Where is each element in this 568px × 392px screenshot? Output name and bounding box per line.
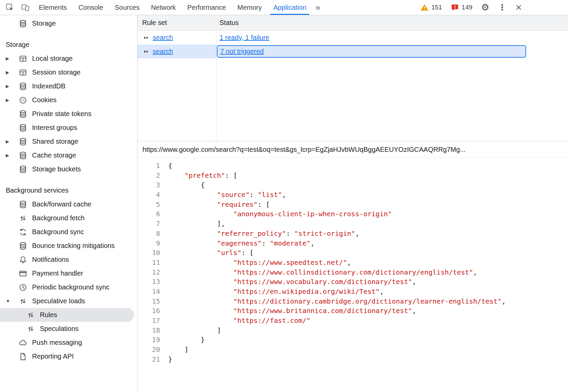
sidebar-item-label: Notifications [32,256,69,263]
errors-badge[interactable]: 149 [451,3,472,11]
tab-performance[interactable]: Performance [182,0,232,15]
table-header-row: Rule set Status [137,15,568,31]
line-number: 6 [137,209,163,219]
database-icon [19,123,27,132]
expander-expanded-icon[interactable]: ▼ [6,299,19,304]
tab-memory[interactable]: Memory [232,0,267,15]
code-line: 6 "anonymous-client-ip-when-cross-origin… [137,209,568,219]
code-line: 17 "https://fast.com/" [137,316,568,326]
line-number: 18 [137,326,163,335]
sidebar-list: StorageStorage▶Local storage▶Session sto… [0,17,137,363]
rule-set-cell: search [137,45,216,58]
device-toolbar-icon[interactable] [21,3,30,12]
devtools-window: ElementsConsoleSourcesNetworkPerformance… [0,0,568,392]
status-cell-box[interactable]: 1 ready, 1 failure [216,34,269,41]
sidebar-item-reporting-api[interactable]: Reporting API [0,349,137,363]
code-text: "eagerness": "moderate", [163,239,315,248]
code-text: "requires": [ [163,200,270,209]
tab-sources[interactable]: Sources [109,0,145,15]
code-line: 8 "referrer_policy": "strict-origin", [137,229,568,239]
close-icon[interactable] [515,4,522,11]
sidebar-item-label: Session storage [32,68,80,76]
kebab-menu-icon[interactable]: ⋮ [498,3,506,11]
database-icon [19,19,27,28]
rule-set-row[interactable]: search1 ready, 1 failure [137,31,568,45]
code-line: 5 "requires": [ [137,200,568,209]
table-icon [19,68,27,77]
expander-collapsed-icon[interactable]: ▶ [6,139,19,144]
line-number: 17 [137,316,163,326]
code-line: 4 "source": "list", [137,190,568,200]
sidebar-item-speculations[interactable]: Speculations [0,322,137,336]
settings-gear-icon[interactable]: ⚙ [481,3,489,12]
sidebar-item-cookies[interactable]: ▶Cookies [0,93,137,107]
column-header-rule-set: Rule set [137,19,216,27]
expander-collapsed-icon[interactable]: ▶ [6,84,19,89]
sidebar-item-label: Speculations [40,325,79,333]
table-icon [19,54,27,63]
sidebar-item-notifications[interactable]: Notifications [0,253,137,267]
sidebar-item-storage-buckets[interactable]: Storage buckets [0,162,137,176]
sidebar-item-private-state-tokens[interactable]: Private state tokens [0,107,137,121]
sidebar-item-label: Cache storage [32,151,76,159]
sidebar-item-payment-handler[interactable]: Payment handler [0,267,137,280]
line-number: 8 [137,229,163,239]
sidebar-item-background-fetch[interactable]: Background fetch [0,211,137,225]
warnings-badge[interactable]: 151 [420,3,442,11]
line-number: 14 [137,287,163,297]
code-line: 18 ] [137,326,568,335]
expander-collapsed-icon[interactable]: ▶ [6,153,19,158]
status-cell-focused[interactable]: 7 not triggered [217,45,526,58]
sidebar-item-label: Push messaging [32,339,82,346]
sidebar-item-shared-storage[interactable]: ▶Shared storage [0,135,137,148]
database-icon [19,110,27,118]
sidebar-item-label: Storage buckets [32,165,81,173]
tab-elements[interactable]: Elements [33,0,73,15]
code-line: 11 "https://www.speedtest.net/", [137,258,568,268]
doc-icon [19,352,27,361]
sidebar-item-cache-storage[interactable]: ▶Cache storage [0,148,137,162]
expander-collapsed-icon[interactable]: ▶ [6,70,19,75]
sidebar-item-rules[interactable]: Rules [0,308,134,322]
sidebar-item-back-forward-cache[interactable]: Back/forward cache [0,197,137,211]
sidebar-item-label: Bounce tracking mitigations [32,242,115,250]
tab-console[interactable]: Console [73,0,109,15]
sidebar-item-label: Speculative loads [32,297,85,305]
rule-set-row[interactable]: search7 not triggered [137,45,568,58]
inspect-element-icon[interactable] [5,3,14,12]
sidebar-item-storage[interactable]: Storage [0,17,137,30]
tab-network[interactable]: Network [145,0,181,15]
rule-set-source-code: 1{2 "prefetch": [3 {4 "source": "list",5… [137,158,568,392]
rule-sets-table: Rule set Status search1 ready, 1 failure… [137,15,568,141]
clock-icon [19,283,27,292]
expander-collapsed-icon[interactable]: ▶ [6,97,19,103]
warning-icon [420,3,429,11]
line-number: 15 [137,297,163,306]
more-tabs-button[interactable]: » [312,0,324,15]
code-text: "https://www.britannica.com/dictionary/t… [163,306,416,316]
rule-set-link[interactable]: search [153,34,173,41]
code-line: 9 "eagerness": "moderate", [137,239,568,248]
sidebar-item-speculative-loads[interactable]: ▼Speculative loads [0,294,137,308]
sidebar-item-push-messaging[interactable]: Push messaging [0,336,137,349]
sidebar-item-periodic-background-sync[interactable]: Periodic background sync [0,280,137,294]
status-link[interactable]: 1 ready, 1 failure [220,34,269,41]
code-text: ], [163,219,225,229]
code-text: "https://dictionary.cambridge.org/dictio… [163,297,506,306]
sidebar-item-interest-groups[interactable]: Interest groups [0,121,137,135]
tab-application[interactable]: Application [267,0,312,15]
sidebar-item-background-sync[interactable]: Background sync [0,225,137,239]
expander-collapsed-icon[interactable]: ▶ [6,56,19,61]
cloud-icon [19,338,27,347]
sidebar-item-label: Background fetch [32,214,85,222]
sidebar-item-bounce-tracking-mitigations[interactable]: Bounce tracking mitigations [0,239,137,253]
line-number: 9 [137,239,163,248]
sidebar-item-indexeddb[interactable]: ▶IndexedDB [0,79,137,93]
sidebar-item-local-storage[interactable]: ▶Local storage [0,52,137,65]
code-text: { [163,161,172,171]
database-icon [19,165,27,174]
line-number: 1 [137,161,163,171]
rule-set-link[interactable]: search [153,48,173,55]
sidebar-item-session-storage[interactable]: ▶Session storage [0,65,137,79]
status-link[interactable]: 7 not triggered [220,48,264,55]
